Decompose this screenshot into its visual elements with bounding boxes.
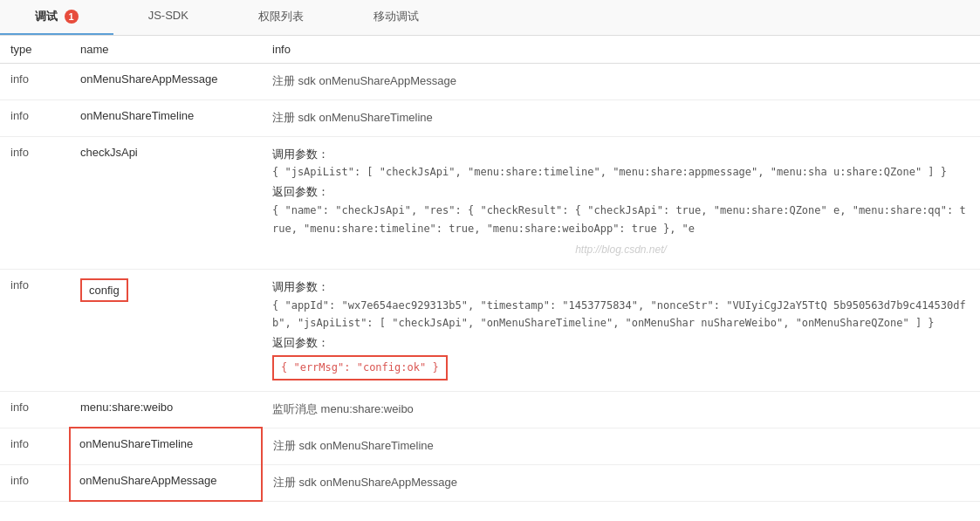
table-row: info onMenuShareAppMessage 注册 sdk onMenu… [0, 64, 980, 100]
tab-debug-badge: 1 [65, 10, 79, 24]
tab-bar: 调试 1 JS-SDK 权限列表 移动调试 [0, 0, 980, 36]
row-type: info [0, 64, 70, 100]
table-row: info onMenuShareTimeline 注册 sdk onMenuSh… [0, 428, 980, 464]
row-type: info [0, 99, 70, 136]
row-name: onMenuShareTimeline [70, 428, 262, 464]
debug-table: type name info info onMenuShareAppMessag… [0, 36, 980, 502]
row-name: onMenuShareTimeline [70, 99, 262, 136]
tab-debug-label: 调试 [35, 10, 58, 23]
row-name: checkJsApi [70, 136, 262, 269]
table-row: info onMenuShareAppMessage 注册 sdk onMenu… [0, 464, 980, 501]
config-name-highlight: config [80, 278, 128, 302]
table-row: info onMenuShareTimeline 注册 sdk onMenuSh… [0, 99, 980, 136]
row-type: info [0, 269, 70, 391]
row-info: 注册 sdk onMenuShareTimeline [262, 428, 980, 464]
row-info: 注册 sdk onMenuShareAppMessage [262, 64, 980, 100]
header-type: type [0, 36, 70, 64]
row-type: info [0, 392, 70, 428]
tab-mobile-debug[interactable]: 移动调试 [339, 0, 454, 35]
row-info: 注册 sdk onMenuShareTimeline [262, 99, 980, 136]
table-row: info menu:share:weibo 监听消息 menu:share:we… [0, 392, 980, 428]
row-name: menu:share:weibo [70, 392, 262, 428]
tab-debug[interactable]: 调试 1 [0, 0, 113, 35]
header-info: info [262, 36, 980, 64]
row-info: 监听消息 menu:share:weibo [262, 392, 980, 428]
row-type: info [0, 464, 70, 501]
header-name: name [70, 36, 262, 64]
row-type: info [0, 428, 70, 464]
tab-permissions[interactable]: 权限列表 [223, 0, 339, 35]
tab-jssdk-label: JS-SDK [148, 9, 188, 22]
row-name: onMenuShareAppMessage [70, 464, 262, 501]
row-info: 注册 sdk onMenuShareAppMessage [262, 464, 980, 501]
tab-permissions-label: 权限列表 [258, 10, 304, 23]
tab-mobile-debug-label: 移动调试 [373, 10, 419, 23]
row-name: onMenuShareAppMessage [70, 64, 262, 100]
table-row: info checkJsApi 调用参数： { "jsApiList": [ "… [0, 136, 980, 269]
config-return-highlight: { "errMsg": "config:ok" } [272, 355, 448, 380]
tab-jssdk[interactable]: JS-SDK [113, 0, 223, 35]
row-info: 调用参数： { "jsApiList": [ "checkJsApi", "me… [262, 136, 980, 269]
table-row: info config 调用参数： { "appId": "wx7e654aec… [0, 269, 980, 391]
watermark: http://blog.csdn.net/ [272, 240, 970, 260]
row-type: info [0, 136, 70, 269]
row-info: 调用参数： { "appId": "wx7e654aec929313b5", "… [262, 269, 980, 391]
row-name: config [70, 269, 262, 391]
